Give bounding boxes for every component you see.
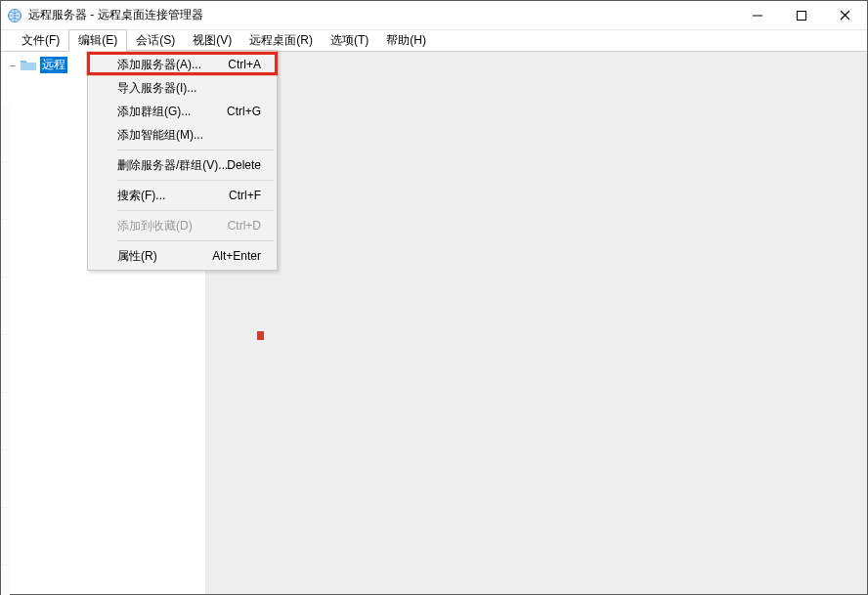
edit-dropdown-menu: 添加服务器(A)... Ctrl+A 导入服务器(I)... 添加群组(G)..…: [87, 50, 278, 271]
menu-add-group[interactable]: 添加群组(G)... Ctrl+G: [90, 100, 275, 123]
menu-separator: [117, 210, 274, 211]
tree-collapse-icon[interactable]: –: [7, 60, 19, 70]
menu-add-favorite: 添加到收藏(D) Ctrl+D: [90, 214, 275, 237]
menu-separator: [117, 180, 274, 181]
menu-add-smartgroup[interactable]: 添加智能组(M)...: [90, 123, 275, 147]
maximize-button[interactable]: [779, 1, 823, 30]
window-title: 远程服务器 - 远程桌面连接管理器: [28, 7, 735, 23]
menu-session[interactable]: 会话(S): [127, 30, 184, 52]
menu-import-server[interactable]: 导入服务器(I)...: [90, 76, 275, 100]
menu-view[interactable]: 视图(V): [184, 30, 240, 52]
app-icon: [7, 8, 22, 23]
menu-add-server[interactable]: 添加服务器(A)... Ctrl+A: [90, 53, 275, 76]
close-button[interactable]: [823, 1, 867, 30]
tree-root-label: 远程: [40, 57, 67, 73]
folder-icon: [21, 59, 36, 70]
menu-separator: [117, 149, 274, 150]
menu-help[interactable]: 帮助(H): [377, 30, 435, 52]
svg-rect-1: [797, 11, 805, 20]
menu-delete-server-group[interactable]: 删除服务器/群组(V)... Delete: [90, 153, 275, 177]
red-marker: [257, 331, 264, 340]
minimize-button[interactable]: [735, 1, 779, 30]
menu-separator: [117, 240, 274, 241]
menu-options[interactable]: 选项(T): [322, 30, 377, 52]
content-area: [206, 52, 867, 594]
menubar: 文件(F) 编辑(E) 会话(S) 视图(V) 远程桌面(R) 选项(T) 帮助…: [1, 30, 867, 52]
menu-file[interactable]: 文件(F): [13, 30, 68, 52]
titlebar: 远程服务器 - 远程桌面连接管理器: [1, 1, 867, 30]
menu-remote-desktop[interactable]: 远程桌面(R): [240, 30, 322, 52]
left-ghost-strip: [1, 105, 10, 595]
menu-edit[interactable]: 编辑(E): [68, 29, 127, 53]
menu-search[interactable]: 搜索(F)... Ctrl+F: [90, 184, 275, 207]
window-controls: [735, 1, 867, 30]
menu-properties[interactable]: 属性(R) Alt+Enter: [90, 244, 275, 268]
